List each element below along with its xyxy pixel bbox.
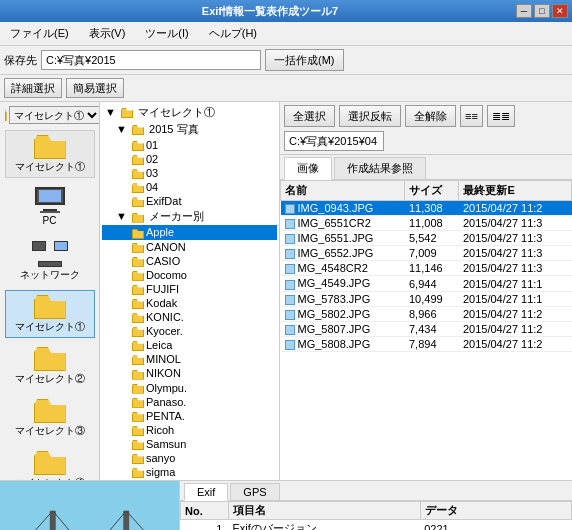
file-name-cell: IMG_6551CR2 [281,216,405,231]
maximize-button[interactable]: □ [534,4,550,18]
sidebar-item-myselect1[interactable]: マイセレクト① [5,130,95,178]
exif-row: 1 Exifのバージョン 0221 [181,520,572,531]
tree-node-docomo[interactable]: Docomo [102,268,277,282]
tree-node-sanyo[interactable]: sanyo [102,451,277,465]
tree-node-kodak[interactable]: Kodak [102,296,277,310]
table-row[interactable]: IMG_6552.JPG 7,009 2015/04/27 11:3 [281,246,572,261]
file-name-cell: IMG_6552.JPG [281,246,405,261]
sidebar-item-pc[interactable]: PC [5,182,95,232]
table-row[interactable]: MG_5783.JPG 10,499 2015/04/27 11:1 [281,291,572,306]
save-dir-input[interactable] [41,50,261,70]
sidebar-item-network[interactable]: ネットワーク [5,236,95,286]
table-row[interactable]: MG_4548CR2 11,146 2015/04/27 11:3 [281,261,572,276]
file-name-cell: MG_5808.JPG [281,336,405,351]
tree-node-sigma[interactable]: sigma [102,465,277,479]
tree-node-nikon[interactable]: NIKON [102,366,277,380]
folder-03-icon [132,169,144,179]
tab-results[interactable]: 作成結果参照 [334,157,426,179]
table-row[interactable]: MG_5808.JPG 7,894 2015/04/27 11:2 [281,336,572,351]
tree-node-04[interactable]: 04 [102,180,277,194]
tree-node-2015[interactable]: ▼ 2015 写真 [102,121,277,138]
detail-select-button[interactable]: 詳細選択 [4,78,62,98]
batch-create-button[interactable]: 一括作成(M) [265,49,344,71]
tree-node-minolta[interactable]: MINOL [102,352,277,366]
table-row[interactable]: MG_5802.JPG 8,966 2015/04/27 11:2 [281,306,572,321]
folder-icon-dropdown [5,109,7,121]
table-row[interactable]: IMG_0943.JPG 11,308 2015/04/27 11:2 [281,201,572,216]
exif-col-no: No. [181,502,229,520]
table-row[interactable]: IMG_6551CR2 11,008 2015/04/27 11:3 [281,216,572,231]
exif-tab-gps[interactable]: GPS [230,483,279,500]
file-thumbnail-icon [285,310,295,320]
close-button[interactable]: ✕ [552,4,568,18]
tab-images[interactable]: 画像 [284,157,332,180]
tree-node-01[interactable]: 01 [102,138,277,152]
tree-node-konic[interactable]: KONIC. [102,310,277,324]
menu-help[interactable]: ヘルプ(H) [203,24,263,43]
tree-node-exifdat[interactable]: ExifDat [102,194,277,208]
bottom-panels: Exif GPS No. 項目名 データ 1 Exifのバージョン 0221 2… [0,480,572,530]
sidebar-item-myselect3[interactable]: マイセレクト③ [5,394,95,442]
folder-docomo-icon [132,271,144,281]
tree-node-myselect[interactable]: ▼ マイセレクト① [102,104,277,121]
menu-tools[interactable]: ツール(I) [139,24,194,43]
sidebar-item-myselect1-main[interactable]: マイセレクト① [5,290,95,338]
tree-node-apple[interactable]: Apple [102,225,277,239]
table-row[interactable]: MG_5807.JPG 7,434 2015/04/27 11:2 [281,321,572,336]
tree-node-maker[interactable]: ▼ メーカー別 [102,208,277,225]
sidebar-item-myselect2[interactable]: マイセレクト② [5,342,95,390]
toolbar: 保存先 一括作成(M) [0,46,572,75]
tree-node-panasonic[interactable]: Panaso. [102,395,277,409]
all-select-button[interactable]: 全選択 [284,105,335,127]
sidebar-item-label-3: マイセレクト② [15,373,85,385]
tree-node-olympus[interactable]: Olympu. [102,381,277,395]
table-row[interactable]: MG_4549.JPG 6,944 2015/04/27 11:1 [281,276,572,291]
view-icons-button[interactable]: ≡≡ [460,105,483,127]
myselect-dropdown[interactable]: マイセレクト① [9,106,101,124]
tree-node-03[interactable]: 03 [102,166,277,180]
sidebar-item-myselect4[interactable]: マイセレクト④ [5,446,95,480]
tree-node-casio[interactable]: CASIO [102,254,277,268]
tree-node-canon[interactable]: CANON [102,240,277,254]
exif-col-name: 項目名 [228,502,420,520]
preview-image [0,481,179,530]
sidebar-item-label-4: マイセレクト③ [15,425,85,437]
clear-select-button[interactable]: 全解除 [405,105,456,127]
main-area: マイセレクト① マイセレクト① PC ネットワー [0,102,572,480]
table-row[interactable]: IMG_6551.JPG 5,542 2015/04/27 11:3 [281,231,572,246]
right-panel: 全選択 選択反転 全解除 ≡≡ ≣≣ C:¥写真¥2015¥04 画像 作成結果… [280,102,572,480]
menu-view[interactable]: 表示(V) [83,24,132,43]
minimize-button[interactable]: ─ [516,4,532,18]
tree-node-leica[interactable]: Leica [102,338,277,352]
quick-select-button[interactable]: 簡易選択 [66,78,124,98]
folder-sanyo-icon [132,454,144,464]
tree-node-ricoh[interactable]: Ricoh [102,423,277,437]
exif-tab-exif[interactable]: Exif [184,483,228,501]
right-toolbar: 全選択 選択反転 全解除 ≡≡ ≣≣ C:¥写真¥2015¥04 [280,102,572,155]
folder-ricoh-icon [132,426,144,436]
invert-select-button[interactable]: 選択反転 [339,105,401,127]
folder-sm-icon [121,108,133,118]
sidebar-item-label-pc: PC [43,215,57,227]
file-date-cell: 2015/04/27 11:3 [459,216,572,231]
folder-pentax-icon [132,412,144,422]
tree-node-fuji[interactable]: FUJIFI [102,282,277,296]
tree-node-samsung[interactable]: Samsun [102,437,277,451]
file-name-cell: IMG_6551.JPG [281,231,405,246]
tree-node-02[interactable]: 02 [102,152,277,166]
tree-node-pentax[interactable]: PENTA. [102,409,277,423]
file-size-cell: 7,894 [405,336,459,351]
file-thumbnail-icon [285,340,295,350]
view-icons-button2[interactable]: ≣≣ [487,105,515,127]
tree-node-kyocera[interactable]: Kyocer. [102,324,277,338]
tree-node-sony[interactable]: sony [102,479,277,480]
file-list[interactable]: 名前 サイズ 最終更新E IMG_0943.JPG 11,308 2015/04… [280,180,572,480]
file-size-cell: 7,009 [405,246,459,261]
file-name-cell: MG_5802.JPG [281,306,405,321]
exif-item-data: 0221 [420,520,571,531]
file-tree[interactable]: ▼ マイセレクト① ▼ 2015 写真 01 02 03 04 Ex [100,102,279,480]
folder-02-icon [132,155,144,165]
sidebar-item-label-5: マイセレクト④ [15,477,85,480]
menu-file[interactable]: ファイル(E) [4,24,75,43]
folder-konic-icon [132,313,144,323]
